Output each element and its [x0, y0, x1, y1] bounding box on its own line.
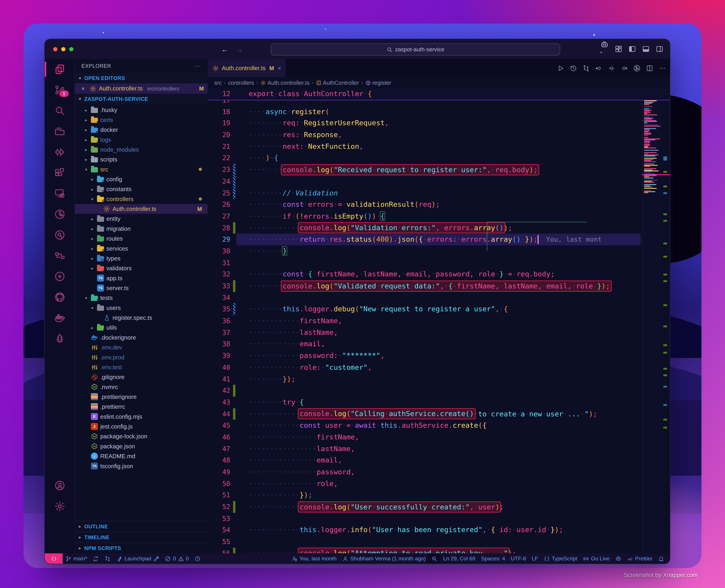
status-bell[interactable] [655, 553, 667, 564]
activity-git-workflow-icon[interactable] [45, 245, 74, 266]
git-graph-icon[interactable] [633, 64, 641, 72]
tree-item-.env.dev[interactable]: .env.dev [75, 342, 208, 352]
code-line-55[interactable]: 55 [208, 536, 670, 548]
code-line-39[interactable]: 39············password:·"*******", [208, 350, 670, 362]
tree-item-users[interactable]: ▾ users [75, 303, 208, 313]
copilot-icon[interactable]: ▾ [600, 41, 609, 58]
tree-item-.dockerignore[interactable]: .dockerignore [75, 333, 208, 342]
tree-item-routes[interactable]: ▸ → routes [75, 233, 208, 243]
command-center-search[interactable]: zaspot-auth-service [271, 43, 560, 56]
status-spaces-4[interactable]: Spaces: 4 [478, 553, 508, 564]
code-line-49[interactable]: 49················password, [208, 466, 670, 478]
zoom-window-button[interactable] [69, 47, 73, 51]
code-line-33[interactable]: 33········console.log("Validated·request… [208, 280, 670, 292]
tree-item-tsconfig.json[interactable]: TS tsconfig.json [75, 461, 208, 471]
tree-item-logs[interactable]: ▸ ≡ logs [75, 135, 208, 145]
compare-changes-icon[interactable] [582, 64, 590, 72]
tree-item-eslint.config.mjs[interactable]: E eslint.config.mjs [75, 412, 208, 421]
code-line-32[interactable]: 32········const·{·firstName,·lastName,·e… [208, 269, 670, 280]
minimap[interactable] [642, 88, 662, 553]
status-typescript[interactable]: TypeScript [541, 553, 580, 564]
status-magnifier[interactable] [429, 553, 440, 564]
code-line-22[interactable]: 22····)·{ [208, 152, 670, 164]
status-ln-29-col-69[interactable]: Ln 29, Col 69 [441, 553, 478, 564]
code-line-23[interactable]: 23········console.log("Received·request·… [208, 164, 670, 176]
panel-right-icon[interactable] [656, 45, 663, 53]
activity-remote-explorer-icon[interactable] [45, 183, 74, 204]
nav-dot-icon[interactable] [608, 64, 615, 72]
tree-item-.prettierignore[interactable]: .prettierignore [75, 392, 208, 402]
code-line-38[interactable]: 38············email, [208, 338, 670, 350]
tree-item-jest.config.js[interactable]: J jest.config.js [75, 421, 208, 431]
close-icon[interactable]: × [82, 85, 87, 92]
history-back-button[interactable]: ← [221, 45, 228, 53]
minimize-window-button[interactable] [61, 47, 65, 51]
code-line-31[interactable]: 31 [208, 257, 670, 269]
breadcrumb-src[interactable]: src [214, 79, 222, 86]
code-line-34[interactable]: 34 [208, 292, 670, 303]
activity-project-manager-icon[interactable] [45, 328, 74, 349]
code-line-20[interactable]: 20········res:·Response, [208, 129, 670, 141]
nav-back-icon[interactable] [595, 64, 602, 72]
section-npm-scripts[interactable]: ▸NPM SCRIPTS [75, 543, 208, 553]
code-editor[interactable]: 12export·class·AuthController·{1718····a… [208, 88, 670, 553]
open-editor-item[interactable]: × Auth.controller.ts src/controllers M [75, 83, 208, 94]
tree-item-.husky[interactable]: ▸ .husky [75, 105, 208, 115]
section-timeline[interactable]: ▸TIMELINE [75, 532, 208, 543]
nav-forward-icon[interactable] [620, 64, 628, 72]
workspace-header[interactable]: ▾ ZASPOT-AUTH-SERVICE [75, 94, 208, 104]
code-line-28[interactable]: 28············console.log("Validation·er… [208, 222, 670, 234]
tree-item-register.spec.ts[interactable]: register.spec.ts [75, 313, 208, 322]
breadcrumb-AuthController[interactable]: AuthController [316, 79, 359, 86]
code-line-19[interactable]: 19········req:·RegisterUserRequest, [208, 118, 670, 129]
sticky-scroll-line[interactable]: 12export·class·AuthController·{ [208, 88, 670, 100]
history-forward-button[interactable]: → [236, 45, 243, 53]
code-line-35[interactable]: 35········this.logger.debug("New·request… [208, 303, 670, 315]
tree-item-entity[interactable]: ▸ entity [75, 214, 208, 224]
status-0[interactable]: 00 [162, 553, 192, 564]
code-line-44[interactable]: 44············console.log("Calling·authS… [208, 408, 670, 420]
code-line-51[interactable]: 51············}); [208, 489, 670, 501]
activity-thunder-client-icon[interactable] [45, 266, 74, 287]
activity-extensions-icon[interactable] [45, 163, 74, 183]
tree-item-app.ts[interactable]: TS app.ts [75, 273, 208, 283]
explorer-more-actions-button[interactable]: ··· [194, 63, 201, 69]
activity-github-icon[interactable] [45, 287, 74, 308]
tree-item-validators[interactable]: ▸ ✓ validators [75, 263, 208, 273]
tree-item-.nvmrc[interactable]: .nvmrc [75, 382, 208, 392]
activity-gitlens-icon[interactable] [45, 204, 74, 225]
tree-item-package-lock.json[interactable]: package-lock.json [75, 432, 208, 441]
close-window-button[interactable] [53, 47, 58, 51]
code-line-53[interactable]: 53 [208, 513, 670, 524]
tree-item-utils[interactable]: ▸ + utils [75, 323, 208, 333]
status-you-last-month[interactable]: You, last month [289, 553, 339, 564]
code-line-21[interactable]: 21········next:·NextFunction, [208, 141, 670, 152]
code-line-36[interactable]: 36············firstName, [208, 315, 670, 327]
split-editor-icon[interactable] [646, 64, 653, 72]
activity-explorer-icon[interactable] [45, 59, 74, 80]
code-line-45[interactable]: 45············const·user·=·await·this.au… [208, 420, 670, 432]
code-line-18[interactable]: 18····async·register( [208, 106, 670, 118]
status-prettier[interactable]: Prettier [624, 553, 655, 564]
activity-gitlens-inspect-icon[interactable] [45, 225, 74, 245]
tree-item-.gitignore[interactable]: .gitignore [75, 372, 208, 382]
status-launchpad[interactable]: Launchpad [114, 553, 162, 564]
tree-item-controllers[interactable]: ▾ ⚙ controllers [75, 194, 208, 204]
activity-settings-icon[interactable] [45, 496, 74, 517]
activity-file-explorer-alt-icon[interactable] [45, 121, 74, 142]
code-line-43[interactable]: 43········try·{ [208, 397, 670, 408]
status-utf-8[interactable]: UTF-8 [508, 553, 529, 564]
code-line-56[interactable]: 56············console.log("Attempting·to… [208, 548, 670, 553]
tree-item-scripts[interactable]: ▸ scripts [75, 154, 208, 164]
tree-item-tests[interactable]: ▾ + tests [75, 293, 208, 303]
activity-account-icon[interactable] [45, 475, 74, 496]
section-outline[interactable]: ▸OUTLINE [75, 521, 208, 532]
more-icon[interactable] [659, 64, 666, 72]
status-lf[interactable]: LF [529, 553, 541, 564]
code-line-41[interactable]: 41········}); [208, 373, 670, 385]
tree-item-types[interactable]: ▸ TS types [75, 253, 208, 263]
status-main[interactable]: main* [63, 553, 90, 564]
tree-item-docker[interactable]: ▸ ≋ docker [75, 125, 208, 134]
activity-source-control-icon[interactable]: 1 [45, 80, 74, 100]
code-line-17[interactable]: 17 [208, 100, 670, 106]
